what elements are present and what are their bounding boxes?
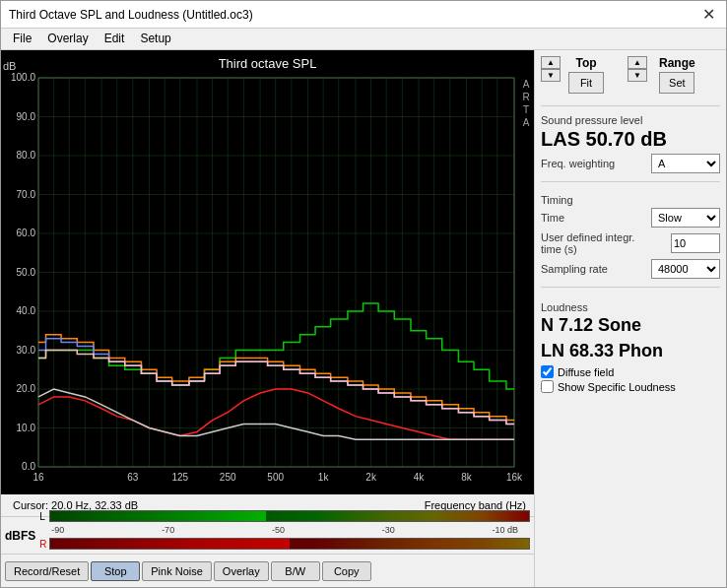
stop-button[interactable]: Stop (91, 561, 140, 581)
range-spin-arrows: ▲ ▼ (628, 56, 647, 82)
show-specific-checkbox[interactable] (541, 380, 554, 393)
set-button[interactable]: Set (659, 72, 694, 94)
menu-setup[interactable]: Setup (132, 31, 178, 47)
tick-L-50: -50 (272, 525, 285, 535)
sampling-rate-dropdown[interactable]: 48000 44100 96000 (651, 259, 720, 279)
menu-bar: File Overlay Edit Setup (1, 29, 726, 50)
top-label: Top (571, 56, 600, 70)
top-up-arrow[interactable]: ▲ (541, 56, 561, 69)
user-defined-input[interactable] (671, 233, 720, 253)
level-row-L: L (39, 508, 530, 524)
chart-area: Cursor: 20.0 Hz, 32.33 dB Frequency band… (1, 50, 534, 587)
user-defined-row: User defined integr. time (s) (541, 231, 720, 255)
spl-section-label: Sound pressure level (541, 114, 720, 126)
menu-file[interactable]: File (5, 31, 39, 47)
menu-edit[interactable]: Edit (97, 31, 133, 47)
tick-L-30: -30 (382, 525, 395, 535)
show-specific-label: Show Specific Loudness (558, 381, 676, 393)
title-bar: Third Octave SPL and Loudness (Untitled.… (1, 1, 726, 29)
tick-L-70: -70 (162, 525, 174, 535)
loudness-n: N 7.12 Sone (541, 315, 720, 337)
top-range-section: ▲ ▼ Top Fit ▲ ▼ Range Set (541, 56, 720, 94)
fit-button[interactable]: Fit (568, 72, 604, 94)
tick-L-90: -90 (51, 525, 64, 535)
time-row: Time Slow Fast Impulse (541, 208, 720, 228)
range-down-arrow[interactable]: ▼ (628, 69, 647, 82)
user-defined-label: User defined integr. time (s) (541, 231, 649, 255)
range-label: Range (655, 56, 699, 70)
diffuse-field-label: Diffuse field (558, 366, 614, 378)
freq-weighting-label: Freq. weighting (541, 158, 615, 169)
divider-3 (541, 287, 720, 288)
freq-weighting-row: Freq. weighting A B C Z (541, 154, 720, 173)
L-label: L (39, 511, 49, 522)
level-row-R: R (39, 536, 530, 552)
level-bar-L (49, 510, 530, 522)
tick-L-10: -10 dB (492, 525, 518, 535)
timing-label: Timing (541, 194, 720, 206)
record-reset-button[interactable]: Record/Reset (5, 561, 89, 581)
chart-canvas (1, 50, 534, 494)
dBFS-label: dBFS (5, 529, 35, 543)
window-title: Third Octave SPL and Loudness (Untitled.… (9, 8, 253, 22)
time-label: Time (541, 212, 564, 224)
diffuse-field-row: Diffuse field (541, 365, 720, 378)
diffuse-field-checkbox[interactable] (541, 365, 554, 378)
divider-2 (541, 181, 720, 182)
close-button[interactable]: ✕ (698, 5, 718, 25)
top-down-arrow[interactable]: ▼ (541, 69, 561, 82)
right-panel: ▲ ▼ Top Fit ▲ ▼ Range Set (534, 50, 726, 587)
timing-section: Timing Time Slow Fast Impulse User defin… (541, 190, 720, 283)
sampling-rate-row: Sampling rate 48000 44100 96000 (541, 259, 720, 279)
time-dropdown[interactable]: Slow Fast Impulse (651, 208, 720, 228)
level-bar-R (49, 538, 530, 550)
overlay-button[interactable]: Overlay (214, 561, 269, 581)
sampling-rate-label: Sampling rate (541, 263, 608, 275)
top-spin-col: ▲ ▼ (541, 56, 561, 82)
show-specific-row: Show Specific Loudness (541, 380, 720, 393)
range-set-col: Range Set (655, 56, 699, 94)
menu-overlay[interactable]: Overlay (39, 31, 96, 47)
main-window: Third Octave SPL and Loudness (Untitled.… (0, 0, 727, 588)
range-spin-col: ▲ ▼ (628, 56, 647, 82)
main-content: Cursor: 20.0 Hz, 32.33 dB Frequency band… (1, 50, 726, 587)
freq-weighting-dropdown[interactable]: A B C Z (651, 154, 720, 173)
loudness-label: Loudness (541, 301, 720, 313)
bottom-buttons: Record/Reset Stop Pink Noise Overlay B/W… (1, 554, 534, 587)
top-fit-col: Top Fit (568, 56, 604, 94)
divider-1 (541, 105, 720, 106)
spl-section: Sound pressure level LAS 50.70 dB Freq. … (541, 110, 720, 177)
dBFS-bar: dBFS L -90 -70 -50 -30 -10 dB (1, 516, 534, 554)
copy-button[interactable]: Copy (322, 561, 371, 581)
loudness-ln: LN 68.33 Phon (541, 341, 720, 362)
top-spin-arrows: ▲ ▼ (541, 56, 561, 82)
R-label: R (39, 539, 49, 550)
level-tick-labels-top: -90 -70 -50 -30 -10 dB (39, 525, 530, 535)
loudness-section: Loudness N 7.12 Sone LN 68.33 Phon Diffu… (541, 297, 720, 395)
spl-reading: LAS 50.70 dB (541, 128, 720, 150)
range-up-arrow[interactable]: ▲ (628, 56, 647, 69)
bw-button[interactable]: B/W (271, 561, 320, 581)
pink-noise-button[interactable]: Pink Noise (142, 561, 212, 581)
